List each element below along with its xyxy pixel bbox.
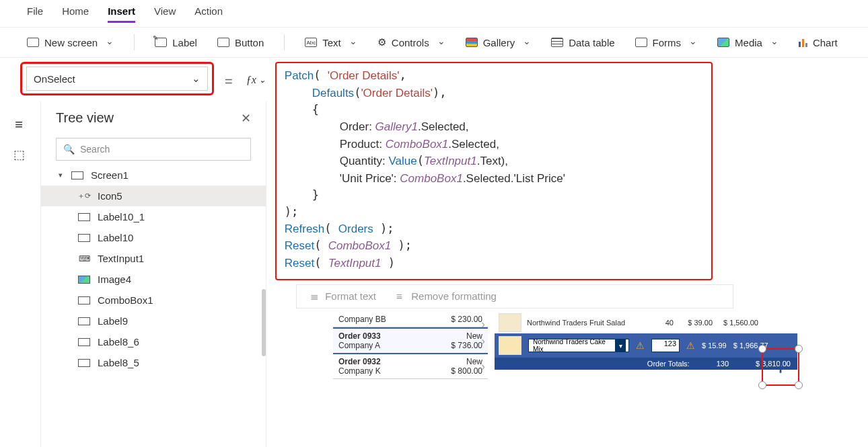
menu-action[interactable]: Action <box>194 5 223 23</box>
product-combobox[interactable]: Northwind Traders Cake Mix ▾ <box>528 339 629 352</box>
order-gallery[interactable]: Company BB $ 230.00 › Order 0933Company … <box>333 312 488 379</box>
tree-item-label9[interactable]: Label9 <box>41 311 266 331</box>
menu-file[interactable]: File <box>27 5 43 23</box>
qty-cell: 40 <box>647 319 674 327</box>
resize-handle[interactable] <box>795 381 803 389</box>
tree-item-label10[interactable]: Label10 <box>41 227 266 248</box>
equals-sign: = <box>221 62 237 89</box>
label-icon: ✎ <box>155 38 167 47</box>
button-button[interactable]: Button <box>217 37 264 48</box>
image-icon <box>78 276 90 284</box>
remove-formatting-button[interactable]: ≡ Remove formatting <box>396 290 497 302</box>
search-icon: 🔍 <box>63 144 75 155</box>
forms-button[interactable]: Forms <box>635 37 698 48</box>
chevron-right-icon: › <box>481 334 485 348</box>
search-input[interactable]: 🔍 Search <box>56 138 251 161</box>
property-name: OnSelect <box>34 73 75 85</box>
price-cell: $ 39.00 <box>679 319 713 327</box>
order-row-selected[interactable]: Order 0933Company A New$ 736.00 › <box>333 327 488 354</box>
text-button[interactable]: AbcText <box>305 37 357 48</box>
ext-cell: $ 1,560.00 <box>718 319 758 327</box>
menu-bar: File Home Insert View Action <box>0 0 868 27</box>
controls-icon: ⚙ <box>377 36 386 48</box>
close-icon[interactable]: ✕ <box>241 111 251 126</box>
tree-item-screen1[interactable]: ▾Screen1 <box>41 165 266 186</box>
tree-item-combobox1[interactable]: ComboBox1 <box>41 290 266 311</box>
text-icon: Abc <box>305 38 317 47</box>
chevron-down-icon: ▾ <box>615 339 626 352</box>
table-icon <box>551 38 563 47</box>
tree-item-label8-6[interactable]: Label8_6 <box>41 331 266 352</box>
tree-item-label8-5[interactable]: Label8_5 <box>41 352 266 373</box>
warning-icon: ⚠ <box>686 340 695 351</box>
divider <box>284 34 285 50</box>
data-table-button[interactable]: Data table <box>551 37 614 48</box>
label-button[interactable]: ✎Label <box>155 37 197 48</box>
product-image <box>499 313 521 332</box>
gallery-button[interactable]: Gallery <box>466 37 532 48</box>
menu-home[interactable]: Home <box>62 5 89 23</box>
quantity-input[interactable]: 123 <box>651 339 680 352</box>
resize-handle[interactable] <box>795 345 803 353</box>
ribbon: New screen ✎Label Button AbcText ⚙Contro… <box>0 27 868 58</box>
add-icon: ＋⟳ <box>77 191 91 201</box>
resize-handle[interactable] <box>758 381 766 389</box>
label-icon <box>78 317 90 325</box>
tree-title: Tree view <box>56 110 114 126</box>
order-row[interactable]: Order 0932Company K New$ 800.00 › <box>333 354 488 379</box>
controls-button[interactable]: ⚙Controls <box>377 36 445 48</box>
textinput-icon: ⌨ <box>77 254 91 263</box>
button-icon <box>217 38 229 47</box>
formula-editor[interactable]: Patch( 'Order Details', Defaults('Order … <box>275 62 713 280</box>
warning-icon: ⚠ <box>636 340 645 351</box>
order-row[interactable]: Company BB $ 230.00 › <box>333 312 488 327</box>
align-icon: ≣ <box>310 290 322 302</box>
add-icon-selected[interactable]: ＋ <box>762 348 799 386</box>
screen-icon <box>71 171 83 179</box>
tree-items: ▾Screen1 ＋⟳Icon5 Label10_1 Label10 ⌨Text… <box>41 165 266 373</box>
format-text-button[interactable]: ≣ Format text <box>310 290 376 302</box>
new-screen-button[interactable]: New screen <box>27 37 114 48</box>
lines-icon: ≡ <box>396 290 408 302</box>
media-button[interactable]: Media <box>717 37 779 48</box>
gallery-icon <box>466 38 478 47</box>
menu-view[interactable]: View <box>154 5 176 23</box>
tree-item-label10-1[interactable]: Label10_1 <box>41 206 266 227</box>
forms-icon <box>635 38 647 47</box>
hamburger-icon[interactable]: ≡ <box>15 117 23 132</box>
product-name: Northwind Traders Fruit Salad <box>527 319 641 327</box>
label-icon <box>78 338 90 346</box>
totals-qty: 130 <box>717 360 729 368</box>
tree-item-textinput1[interactable]: ⌨TextInput1 <box>41 248 266 269</box>
resize-handle[interactable] <box>758 345 766 353</box>
chevron-down-icon: ⌄ <box>192 73 201 85</box>
detail-row[interactable]: Northwind Traders Fruit Salad 40 $ 39.00… <box>495 312 797 333</box>
menu-insert[interactable]: Insert <box>108 5 135 23</box>
totals-label: Order Totals: <box>647 360 690 368</box>
tree-view-panel: Tree view ✕ 🔍 Search ▾Screen1 ＋⟳Icon5 La… <box>40 101 266 447</box>
media-icon <box>717 38 729 47</box>
search-placeholder: Search <box>80 144 110 155</box>
tree-item-image4[interactable]: Image4 <box>41 269 266 290</box>
order-detail: Northwind Traders Fruit Salad 40 $ 39.00… <box>495 312 797 370</box>
plus-icon: ＋ <box>772 356 789 379</box>
property-selector-highlight: OnSelect ⌄ <box>20 62 214 95</box>
left-rail: ≡ ⬚ <box>0 108 38 162</box>
tree-item-icon5[interactable]: ＋⟳Icon5 <box>41 186 266 206</box>
label-icon <box>78 234 90 242</box>
canvas-preview: Company BB $ 230.00 › Order 0933Company … <box>333 312 797 379</box>
product-image <box>499 336 521 355</box>
label-icon <box>78 359 90 367</box>
fx-button[interactable]: ƒx <box>244 62 268 86</box>
unit-price: $ 15.99 <box>702 341 727 350</box>
tree-scrollbar[interactable] <box>262 289 266 356</box>
chevron-right-icon: › <box>481 360 485 374</box>
layers-icon[interactable]: ⬚ <box>13 147 25 162</box>
chart-icon <box>799 38 807 47</box>
format-bar: ≣ Format text ≡ Remove formatting <box>296 284 733 309</box>
screen-icon <box>27 38 39 47</box>
new-line-row: Northwind Traders Cake Mix ▾ ⚠ 123 ⚠ $ 1… <box>495 333 797 358</box>
chart-button[interactable]: Chart <box>799 37 838 48</box>
totals-row: Order Totals: 130 $ 3,810.00 <box>495 358 797 370</box>
property-selector[interactable]: OnSelect ⌄ <box>26 67 208 91</box>
